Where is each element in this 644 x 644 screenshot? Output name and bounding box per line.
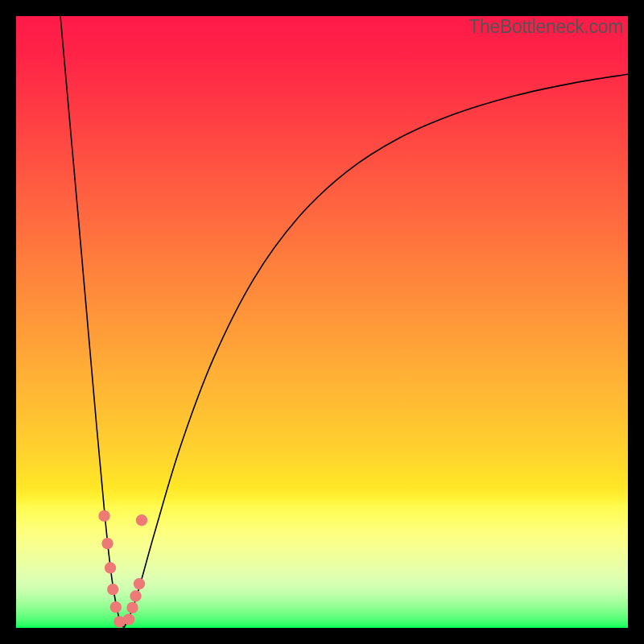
chart-svg xyxy=(16,16,628,628)
gradient-background xyxy=(16,16,628,628)
watermark-text: TheBottleneck.com xyxy=(469,16,623,38)
marker-dot xyxy=(126,602,138,613)
marker-dot xyxy=(130,590,141,601)
marker-dot xyxy=(107,584,118,595)
marker-dot xyxy=(134,578,145,589)
plot-area: TheBottleneck.com xyxy=(16,16,628,628)
marker-dot xyxy=(98,510,109,522)
marker-dot xyxy=(105,562,116,573)
marker-dot xyxy=(110,601,122,613)
chart-container: TheBottleneck.com xyxy=(0,0,644,644)
marker-dot xyxy=(123,613,134,625)
marker-dot xyxy=(101,538,113,549)
marker-dot xyxy=(136,514,147,526)
